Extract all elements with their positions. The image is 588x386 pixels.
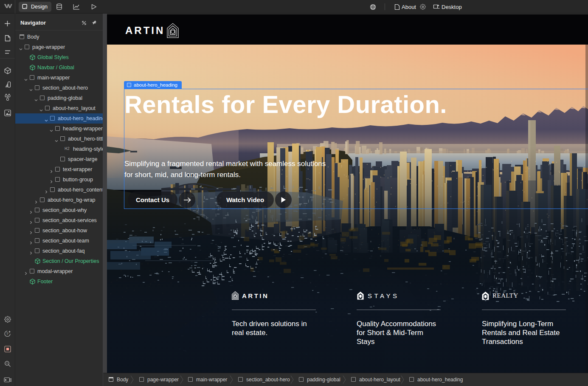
svg-text:?: ? [6,332,8,336]
